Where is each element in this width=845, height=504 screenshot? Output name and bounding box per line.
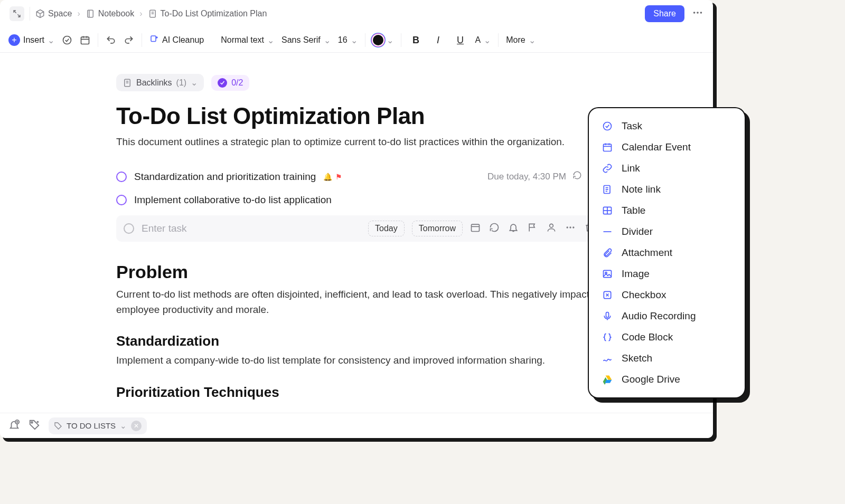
svg-point-22: [572, 226, 574, 228]
insert-menu-image[interactable]: Image: [592, 263, 741, 284]
insert-menu-task[interactable]: Task: [592, 116, 741, 137]
task-check-icon[interactable]: [62, 35, 72, 45]
tag-label: TO DO LISTS: [67, 421, 116, 430]
ai-cleanup-button[interactable]: AI Cleanup: [149, 34, 204, 46]
insert-menu-link[interactable]: Link: [592, 158, 741, 179]
flag-icon: ⚑: [335, 173, 342, 181]
task-checkbox[interactable]: [124, 223, 134, 234]
insert-menu-sketch[interactable]: Sketch: [592, 348, 741, 369]
repeat-icon[interactable]: [572, 170, 582, 183]
page-icon: [148, 9, 157, 18]
page-title[interactable]: To-Do List Optimization Plan: [116, 103, 602, 129]
calendar-icon[interactable]: [80, 35, 90, 45]
section-heading-problem[interactable]: Problem: [116, 262, 602, 282]
backlinks-label: Backlinks: [136, 78, 172, 88]
expand-icon[interactable]: [10, 6, 24, 21]
svg-rect-9: [81, 37, 89, 44]
table-icon: [602, 205, 613, 216]
page-subtitle[interactable]: This document outlines a strategic plan …: [116, 135, 602, 150]
link-icon: [602, 163, 613, 174]
task-checkbox[interactable]: [116, 195, 127, 205]
breadcrumb-label: To-Do List Optimization Plan: [161, 9, 267, 18]
notebook-icon: [86, 9, 95, 18]
task-row[interactable]: Implement collaborative to-do list appli…: [116, 189, 602, 211]
document: Backlinks (1) ⌄ 0/2 To-Do List Optimizat…: [116, 74, 602, 425]
insert-menu-checkbox[interactable]: Checkbox: [592, 284, 741, 306]
svg-point-21: [569, 226, 571, 228]
section-heading-standardization[interactable]: Standardization: [116, 333, 602, 349]
task-checkbox[interactable]: [116, 172, 127, 182]
tag-chip[interactable]: TO DO LISTS ⌄ ✕: [49, 417, 147, 434]
footer: TO DO LISTS ⌄ ✕: [0, 413, 713, 438]
more-icon[interactable]: [565, 222, 576, 235]
flag-icon[interactable]: [527, 222, 538, 235]
backlinks-chip[interactable]: Backlinks (1) ⌄: [116, 74, 204, 91]
task-text: Standardization and prioritization train…: [134, 171, 316, 183]
font-family-select[interactable]: Sans Serif ⌄: [281, 35, 331, 45]
insert-menu-table[interactable]: Table: [592, 200, 741, 221]
task-progress-chip[interactable]: 0/2: [211, 75, 249, 91]
chevron-down-icon: ⌄: [120, 421, 127, 431]
highlight-button[interactable]: A ⌄: [475, 35, 491, 45]
task-text: Implement collaborative to-do list appli…: [134, 194, 332, 206]
insert-menu-attachment[interactable]: Attachment: [592, 242, 741, 263]
svg-rect-41: [606, 312, 609, 318]
repeat-icon[interactable]: [489, 222, 500, 235]
topbar: Space › Notebook › To-Do List Optimizati…: [0, 0, 713, 28]
section-body[interactable]: Implement a company-wide to-do list temp…: [116, 353, 602, 368]
attachment-icon: [602, 247, 613, 259]
more-icon[interactable]: [692, 7, 703, 21]
toolbar: + Insert ⌄ AI Cleanup Normal text ⌄: [0, 28, 713, 53]
task-progress-text: 0/2: [231, 78, 243, 88]
breadcrumb-page[interactable]: To-Do List Optimization Plan: [148, 9, 267, 18]
redo-icon[interactable]: [124, 35, 134, 45]
insert-menu-divider[interactable]: Divider: [592, 221, 741, 242]
insert-menu-note-link[interactable]: Note link: [592, 179, 741, 200]
svg-point-24: [31, 422, 33, 423]
share-button[interactable]: Share: [645, 5, 684, 22]
insert-menu-audio[interactable]: Audio Recording: [592, 306, 741, 327]
chevron-down-icon: ⌄: [529, 35, 536, 45]
section-body[interactable]: Current to-do list methods are often dis…: [116, 287, 602, 318]
plus-icon: +: [8, 34, 20, 46]
insert-menu-calendar-event[interactable]: Calendar Event: [592, 137, 741, 158]
sketch-icon: [602, 353, 613, 364]
quick-today-button[interactable]: Today: [368, 221, 405, 236]
breadcrumb-notebook[interactable]: Notebook: [86, 9, 135, 18]
insert-menu-gdrive[interactable]: Google Drive: [592, 369, 741, 390]
text-color-picker[interactable]: ⌄: [373, 35, 393, 45]
svg-rect-0: [87, 10, 93, 17]
svg-point-25: [604, 122, 612, 130]
undo-icon[interactable]: [106, 35, 116, 45]
calendar-icon[interactable]: [470, 222, 481, 235]
new-task-row[interactable]: Today Tomorrow: [116, 215, 602, 242]
svg-point-20: [567, 226, 568, 228]
chevron-down-icon: ⌄: [267, 35, 274, 45]
new-task-input[interactable]: [142, 223, 361, 234]
quick-tomorrow-button[interactable]: Tomorrow: [412, 221, 463, 236]
notification-add-icon[interactable]: [8, 419, 20, 433]
text-style-select[interactable]: Normal text ⌄: [221, 35, 274, 45]
checkbox-icon: [602, 289, 613, 301]
task-icon: [602, 120, 613, 132]
assign-icon[interactable]: [546, 222, 557, 235]
more-button[interactable]: More ⌄: [506, 35, 535, 45]
tag-add-icon[interactable]: [29, 419, 40, 433]
breadcrumb-space[interactable]: Space: [35, 9, 72, 18]
font-size-select[interactable]: 16 ⌄: [338, 35, 358, 45]
task-row[interactable]: Standardization and prioritization train…: [116, 165, 602, 189]
tag-icon: [54, 422, 62, 430]
breadcrumb-label: Space: [48, 9, 72, 18]
section-heading-prioritization[interactable]: Prioritization Techniques: [116, 384, 602, 401]
italic-button[interactable]: I: [431, 35, 446, 46]
insert-menu-code[interactable]: Code Block: [592, 327, 741, 348]
remove-tag-icon[interactable]: ✕: [131, 421, 142, 431]
underline-button[interactable]: U: [453, 35, 468, 46]
bold-button[interactable]: B: [409, 35, 424, 46]
reminder-icon[interactable]: [508, 222, 519, 235]
svg-rect-17: [472, 224, 480, 231]
calendar-icon: [602, 141, 613, 153]
insert-button[interactable]: + Insert ⌄: [8, 34, 54, 46]
chevron-down-icon: ⌄: [324, 35, 331, 45]
image-icon: [602, 268, 613, 280]
